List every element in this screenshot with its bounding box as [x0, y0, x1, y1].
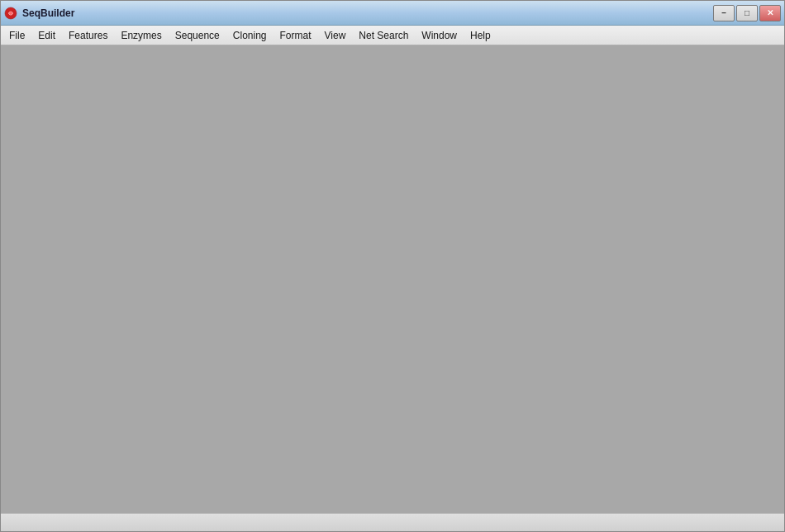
menu-item-cloning[interactable]: Cloning: [226, 27, 274, 44]
title-bar-buttons: – □ ✕: [713, 5, 781, 21]
title-bar: SeqBuilder – □ ✕: [1, 1, 784, 26]
window-frame: SeqBuilder – □ ✕ FileEditFeaturesEnzymes…: [0, 0, 785, 532]
close-button[interactable]: ✕: [759, 5, 781, 21]
minimize-button[interactable]: –: [713, 5, 735, 21]
menu-item-net-search[interactable]: Net Search: [352, 27, 415, 44]
menu-item-sequence[interactable]: Sequence: [169, 27, 226, 44]
menu-item-help[interactable]: Help: [464, 27, 497, 44]
app-icon: [4, 7, 17, 20]
menu-item-edit[interactable]: Edit: [31, 27, 62, 44]
menu-item-window[interactable]: Window: [415, 27, 464, 44]
menu-item-view[interactable]: View: [318, 27, 353, 44]
title-text: SeqBuilder: [22, 7, 74, 19]
main-content: [1, 45, 784, 513]
svg-point-1: [9, 12, 12, 15]
status-bar: [1, 513, 784, 531]
title-bar-left: SeqBuilder: [4, 7, 74, 20]
menu-item-features[interactable]: Features: [62, 27, 114, 44]
maximize-button[interactable]: □: [736, 5, 758, 21]
menu-item-format[interactable]: Format: [274, 27, 318, 44]
menu-item-file[interactable]: File: [2, 27, 31, 44]
menu-item-enzymes[interactable]: Enzymes: [114, 27, 168, 44]
menu-bar: FileEditFeaturesEnzymesSequenceCloningFo…: [1, 26, 784, 45]
